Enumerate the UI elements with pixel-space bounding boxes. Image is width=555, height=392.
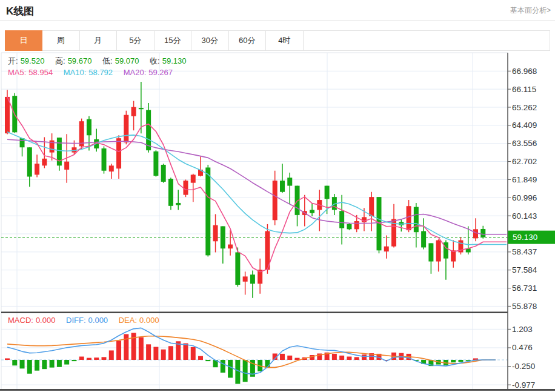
candle-body <box>436 241 441 262</box>
macd-bar <box>50 360 55 368</box>
low-label: 低: <box>102 56 113 65</box>
candle-body <box>473 229 478 238</box>
candle-body <box>228 245 233 249</box>
macd-bar <box>362 354 367 360</box>
ma10-value: 58.792 <box>88 68 113 77</box>
price-tick-label: 55.878 <box>512 302 537 311</box>
candle-body <box>347 224 351 229</box>
candle-body <box>480 229 485 238</box>
candle-body <box>428 243 433 261</box>
candle-body <box>102 148 107 171</box>
macd-bar <box>57 360 62 367</box>
candle-body <box>213 225 218 242</box>
macd-bar <box>116 341 121 360</box>
candle-body <box>384 247 389 251</box>
fundamental-analysis-link[interactable]: 基本面分析> <box>510 5 551 16</box>
ohlc-info-row: 开:59.520 高:59.670 低:59.070 收:59.130 <box>8 56 188 67</box>
tab-30min[interactable]: 30分 <box>191 31 229 50</box>
price-tick-label: 57.584 <box>512 265 537 274</box>
macd-info-row: MACD:0.000 DIFF:0.000 DEA:0.000 <box>8 316 162 325</box>
candle-body <box>64 162 69 170</box>
macd-bar <box>131 333 136 360</box>
macd-bar <box>168 346 173 360</box>
macd-bar <box>198 356 203 360</box>
candle-body <box>221 226 225 248</box>
ma-info-row: MA5:58.954 MA10:58.792 MA20:59.267 <box>8 68 175 77</box>
candle-body <box>191 174 196 182</box>
ma20-label: MA20: <box>124 68 147 77</box>
macd-bar <box>243 360 248 382</box>
ma10-label: MA10: <box>64 68 87 77</box>
tab-60min[interactable]: 60分 <box>229 31 267 50</box>
price-tick-label: 56.731 <box>512 284 537 293</box>
price-tick-label: 64.409 <box>512 121 537 130</box>
tab-4hour[interactable]: 4时 <box>266 31 304 50</box>
diff-label: DIFF: <box>66 316 86 325</box>
period-tabbar: 日 周 月 5分 15分 30分 60分 4时 <box>5 30 550 51</box>
macd-bar <box>71 360 76 361</box>
tab-daily[interactable]: 日 <box>5 30 42 51</box>
candle-body <box>287 178 292 185</box>
ma20-value: 59.267 <box>148 68 173 77</box>
price-tick-label: 58.437 <box>512 247 537 256</box>
open-label: 开: <box>8 56 18 65</box>
price-tick-label: 60.996 <box>512 193 537 202</box>
macd-bar <box>42 360 47 369</box>
macd-bar <box>354 357 359 360</box>
dea-value: 0.000 <box>139 316 159 325</box>
tab-weekly[interactable]: 周 <box>42 31 80 50</box>
close-value: 59.130 <box>162 56 187 65</box>
macd-bar <box>139 337 144 360</box>
macd-bar <box>102 357 107 360</box>
candle-body <box>273 181 278 220</box>
candle-body <box>161 165 166 182</box>
current-price-badge: 59.130 <box>508 231 555 244</box>
candle-body <box>131 107 136 116</box>
macd-bar <box>332 354 337 360</box>
low-value: 59.070 <box>115 56 139 65</box>
macd-tick-label: -0.250 <box>512 362 535 371</box>
macd-bar <box>287 356 292 360</box>
candle-body <box>205 167 210 255</box>
ma20-line <box>7 139 507 234</box>
price-tick-label: 66.115 <box>512 85 536 94</box>
macd-bar <box>280 354 285 360</box>
macd-bar <box>5 358 10 360</box>
tab-5min[interactable]: 5分 <box>117 31 155 50</box>
macd-value: 0.000 <box>36 316 56 325</box>
candle-body <box>369 197 374 216</box>
macd-bar <box>20 360 25 368</box>
macd-bar <box>161 350 166 360</box>
macd-bar <box>191 347 196 360</box>
open-value: 59.520 <box>21 56 45 65</box>
macd-bar <box>64 360 69 365</box>
candle-body <box>325 186 330 199</box>
candle-body <box>109 165 114 171</box>
high-value: 59.670 <box>68 56 92 65</box>
ma10-line <box>7 132 507 245</box>
macd-bar <box>153 347 158 360</box>
candle-body <box>146 110 151 151</box>
candle-body <box>183 181 188 194</box>
page-header: K线图 基本面分析> <box>0 0 555 21</box>
candle-body <box>176 203 181 205</box>
macd-label: MACD: <box>8 316 33 325</box>
macd-bar <box>228 360 233 377</box>
ma5-label: MA5: <box>8 68 26 77</box>
macd-bar <box>205 360 210 361</box>
tab-monthly[interactable]: 月 <box>80 31 118 50</box>
frame <box>0 53 555 390</box>
tab-15min[interactable]: 15分 <box>155 31 192 50</box>
page-title: K线图 <box>6 4 34 18</box>
macd-bar <box>183 344 188 360</box>
macd-tick-label: 0.476 <box>512 343 533 352</box>
macd-bar <box>451 360 456 362</box>
candle-body <box>5 97 10 133</box>
candle-body <box>421 231 426 247</box>
candle-body <box>250 274 255 284</box>
candle-body <box>116 138 121 168</box>
macd-tick-label: -0.977 <box>512 380 535 390</box>
ma5-value: 58.954 <box>28 68 53 77</box>
candle-body <box>354 221 359 229</box>
price-tick-label: 63.556 <box>512 139 537 148</box>
